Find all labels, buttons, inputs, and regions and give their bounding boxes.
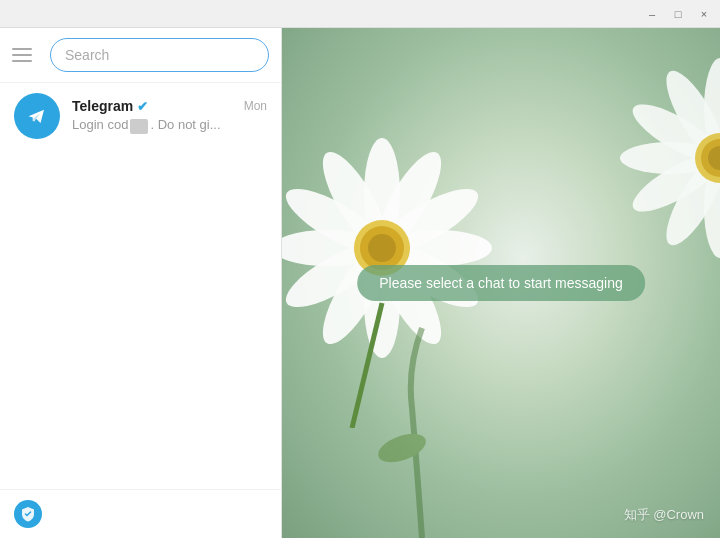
svg-point-32 (374, 428, 429, 468)
blurred-text: ····· (130, 119, 148, 134)
sidebar-header (0, 28, 281, 83)
chat-panel: Please select a chat to start messaging … (282, 28, 720, 538)
sidebar-footer (0, 489, 281, 538)
search-input[interactable] (50, 38, 269, 72)
sidebar: Telegram ✔ Mon Login cod·····. Do not gi… (0, 28, 282, 538)
chat-info: Telegram ✔ Mon Login cod·····. Do not gi… (72, 98, 267, 133)
chat-name: Telegram ✔ (72, 98, 148, 114)
chat-top: Telegram ✔ Mon (72, 98, 267, 114)
check-shield-icon (20, 506, 36, 522)
minimize-button[interactable]: – (644, 6, 660, 22)
empty-chat-message: Please select a chat to start messaging (357, 265, 645, 301)
avatar (14, 93, 60, 139)
settings-button[interactable] (14, 500, 42, 528)
titlebar: – □ × (0, 0, 720, 28)
svg-point-15 (368, 234, 396, 262)
menu-line-2 (12, 54, 32, 56)
menu-button[interactable] (12, 41, 40, 69)
stem-icon (362, 288, 482, 538)
chat-item[interactable]: Telegram ✔ Mon Login cod·····. Do not gi… (0, 83, 281, 149)
maximize-button[interactable]: □ (670, 6, 686, 22)
verified-badge-icon: ✔ (137, 99, 148, 114)
chat-preview: Login cod·····. Do not gi... (72, 117, 267, 133)
watermark: 知乎 @Crown (624, 506, 704, 524)
chat-list: Telegram ✔ Mon Login cod·····. Do not gi… (0, 83, 281, 489)
chat-time: Mon (244, 99, 267, 113)
app-container: Telegram ✔ Mon Login cod·····. Do not gi… (0, 28, 720, 538)
flower-right-icon (520, 38, 720, 298)
telegram-logo-icon (23, 102, 51, 130)
menu-line-1 (12, 48, 32, 50)
menu-line-3 (12, 60, 32, 62)
close-button[interactable]: × (696, 6, 712, 22)
